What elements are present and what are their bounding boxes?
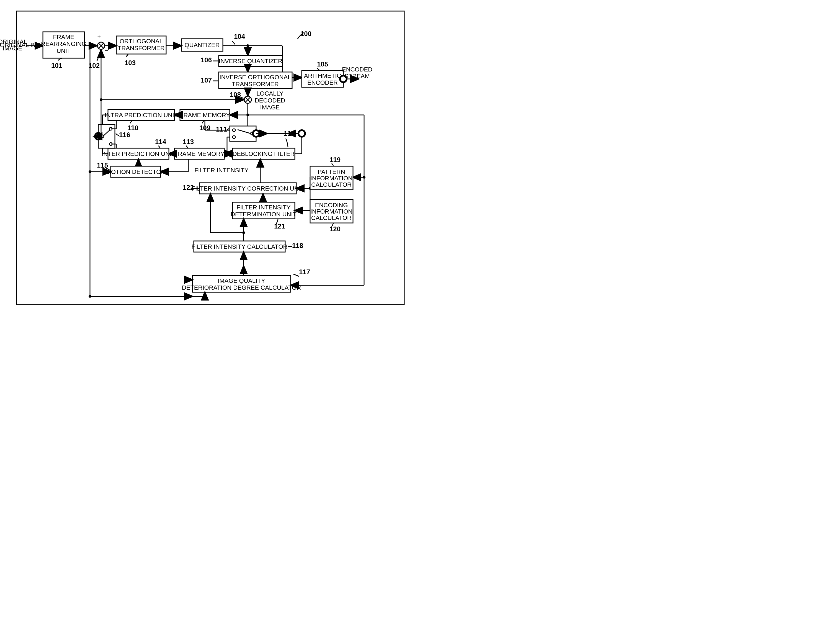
svg-text:IMAGE QUALITY: IMAGE QUALITY [218,277,265,284]
svg-text:ENCODED: ENCODED [342,66,373,73]
svg-text:ARITHMETIC: ARITHMETIC [304,72,341,79]
svg-text:INVERSE ORTHOGONAL: INVERSE ORTHOGONAL [219,74,291,81]
svg-text:118: 118 [292,242,303,249]
svg-text:DECODED: DECODED [255,97,285,104]
svg-text:INTRA PREDICTION UNIT: INTRA PREDICTION UNIT [105,112,178,119]
svg-text:INTER PREDICTION UNIT: INTER PREDICTION UNIT [102,150,175,157]
svg-point-70 [232,129,235,131]
svg-text:LOCALLY: LOCALLY [256,90,284,97]
svg-text:110: 110 [127,124,139,131]
svg-text:105: 105 [317,60,328,68]
svg-text:113: 113 [183,138,194,145]
svg-text:117: 117 [299,268,310,275]
svg-text:PATTERN: PATTERN [317,168,345,175]
svg-text:114: 114 [155,138,166,145]
svg-text:119: 119 [330,156,341,163]
svg-text:121: 121 [274,222,285,230]
svg-text:STREAM: STREAM [344,73,370,79]
svg-text:122: 122 [183,183,194,191]
svg-text:107: 107 [201,76,212,84]
svg-text:INFORMATION: INFORMATION [310,208,352,215]
svg-text:101: 101 [51,62,62,69]
svg-text:DEBLOCKING FILTER: DEBLOCKING FILTER [232,150,295,157]
svg-text:MOTION DETECTOR: MOTION DETECTOR [106,168,166,175]
svg-text:DETERIORATION DEGREE CALCULATO: DETERIORATION DEGREE CALCULATOR [182,284,301,291]
svg-point-72 [251,132,253,135]
svg-text:ENCODING: ENCODING [315,202,348,209]
svg-text:DETERMINATION UNIT: DETERMINATION UNIT [231,211,297,218]
svg-text:UNIT: UNIT [57,47,71,54]
svg-text:TRANSFORMER: TRANSFORMER [232,81,279,87]
svg-text:INVERSE QUANTIZER: INVERSE QUANTIZER [219,58,283,65]
svg-text:FRAME MEMORY: FRAME MEMORY [180,112,230,119]
svg-text:ORTHOGONAL: ORTHOGONAL [120,38,163,44]
svg-text:QUANTIZER: QUANTIZER [185,41,219,49]
svg-text:CALCULATOR: CALCULATOR [311,181,352,188]
svg-text:REARRANGING: REARRANGING [41,40,86,47]
svg-text:116: 116 [119,131,130,139]
svg-text:FRAME: FRAME [53,33,74,40]
svg-text:103: 103 [125,59,136,66]
svg-text:−: − [105,47,109,54]
io-in1: ORIGINAL [0,38,27,45]
svg-text:104: 104 [234,33,245,40]
svg-text:TRANSFORMER: TRANSFORMER [118,44,165,52]
svg-text:111: 111 [216,125,227,133]
svg-text:ENCODER: ENCODER [307,79,338,86]
svg-text:106: 106 [201,56,212,64]
svg-text:FILTER INTENSITY CORRECTION UN: FILTER INTENSITY CORRECTION UNIT [192,185,304,192]
io-in2: IMAGE [3,45,22,52]
svg-text:IMAGE: IMAGE [260,104,280,111]
svg-text:INFORMATION: INFORMATION [310,175,352,182]
svg-text:+: + [98,33,101,40]
block-diagram: 100 ORIGINAL IMAGE ORIGINAL IMAGE FRAME … [0,0,420,317]
svg-text:FILTER INTENSITY: FILTER INTENSITY [194,167,248,174]
svg-text:FILTER INTENSITY: FILTER INTENSITY [237,204,291,211]
svg-point-61 [363,176,365,179]
svg-text:120: 120 [330,225,341,232]
svg-text:108: 108 [230,91,241,98]
svg-point-71 [232,136,235,139]
svg-text:FRAME MEMORY: FRAME MEMORY [174,150,224,157]
svg-text:FILTER INTENSITY CALCULATOR: FILTER INTENSITY CALCULATOR [192,243,288,250]
svg-text:CALCULATOR: CALCULATOR [311,214,352,221]
